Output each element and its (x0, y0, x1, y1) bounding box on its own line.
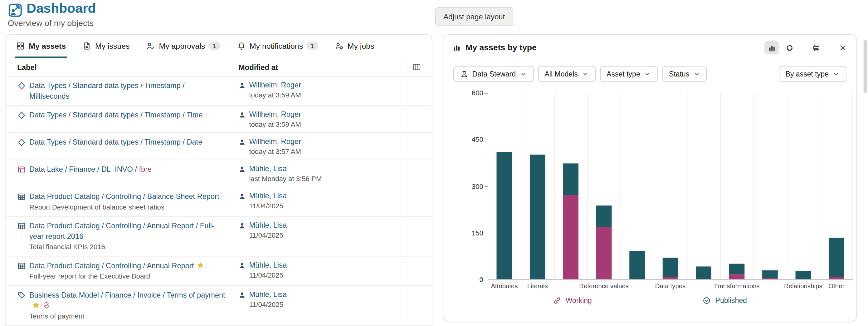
bar-segment-working[interactable] (596, 227, 612, 279)
gridline (786, 93, 787, 279)
row-actions-cell (401, 106, 432, 132)
asset-link[interactable]: Data Product Catalog / Controlling / Ann… (29, 261, 204, 270)
user-link[interactable]: Mühle, Lisa (249, 164, 287, 174)
circle-check-icon (703, 296, 711, 305)
person-icon (239, 222, 246, 229)
dataset-icon (17, 165, 26, 174)
link-icon (553, 296, 561, 305)
person-icon (239, 82, 246, 89)
chevron-down-icon (582, 70, 589, 78)
table-row: Data Product Catalog / Controlling / Ann… (6, 256, 432, 286)
bell-icon (237, 41, 246, 50)
asset-name-accent: fbre (139, 165, 152, 174)
tab-my-jobs[interactable]: My jobs (334, 35, 375, 58)
bar-segment-working[interactable] (663, 277, 678, 279)
status-filter[interactable]: Status (662, 66, 707, 82)
person-icon (239, 192, 246, 200)
tab-my-assets[interactable]: My assets (15, 35, 67, 58)
bar-segment-published[interactable] (663, 257, 678, 277)
chevron-down-icon (520, 70, 527, 78)
column-header-label[interactable]: Label (6, 63, 228, 71)
x-axis-label: Other (803, 283, 868, 289)
gridline (852, 93, 853, 279)
bar-segment-working[interactable] (563, 195, 579, 279)
x-axis-label: Literals (504, 283, 571, 289)
user-link[interactable]: Mühle, Lisa (249, 220, 287, 231)
row-actions-cell (401, 256, 432, 285)
page-scrollbar[interactable] (864, 40, 867, 93)
bar-segment-working[interactable] (829, 277, 844, 279)
favorite-star-icon[interactable] (196, 261, 204, 269)
bar-segment-published[interactable] (696, 266, 711, 279)
asset-link[interactable]: Data Types / Standard data types / Times… (29, 138, 202, 146)
assets-by-type-panel: My assets by type Data Steward All Model… (443, 34, 857, 321)
bar-segment-working[interactable] (729, 274, 745, 279)
asset-description: Total financial KPIs 2016 (29, 243, 226, 252)
models-filter[interactable]: All Models (538, 66, 595, 82)
asset-link[interactable]: Data Types / Standard data types / Times… (29, 111, 203, 119)
approvals-count-badge: 1 (209, 41, 220, 50)
report-icon (17, 222, 26, 231)
bar-segment-published[interactable] (796, 271, 811, 279)
table-row: Data Product Catalog / Controlling / Bal… (6, 187, 432, 217)
user-link[interactable]: Willhelm, Roger (249, 110, 301, 120)
user-link[interactable]: Mühle, Lisa (249, 191, 287, 201)
print-button[interactable] (809, 41, 823, 54)
bar-segment-published[interactable] (829, 238, 844, 277)
legend-item-working[interactable]: Working (553, 296, 592, 305)
legend-item-published[interactable]: Published (703, 296, 747, 305)
asset-type-filter[interactable]: Asset type (600, 66, 658, 82)
grid-icon (16, 41, 25, 50)
chart-y-axis: 0150300450600 (459, 93, 483, 280)
user-link[interactable]: Mühle, Lisa (249, 290, 287, 300)
user-link[interactable]: Mühle, Lisa (249, 260, 287, 270)
y-tick (484, 233, 488, 234)
chart-plot: AttributesLiteralsReference valuesData t… (488, 93, 853, 280)
user-link[interactable]: Willhelm, Roger (249, 137, 301, 147)
tab-my-issues[interactable]: My issues (82, 35, 131, 58)
bar-segment-published[interactable] (596, 206, 612, 227)
bar-segment-published[interactable] (496, 152, 512, 279)
y-tick (484, 279, 488, 280)
table-row: Data Lake / Finance / DL_INVO / fbreMühl… (6, 160, 432, 187)
tab-my-notifications[interactable]: My notifications 1 (236, 35, 319, 58)
table-row: Data Types / Standard data types / Times… (6, 77, 432, 106)
tabs-bar: My assets My issues My approvals 1 My no… (6, 35, 432, 58)
y-tick-label: 600 (472, 88, 483, 98)
asset-link[interactable]: Data Types / Standard data types / Times… (29, 82, 185, 100)
report-icon (17, 192, 26, 201)
data-steward-filter[interactable]: Data Steward (453, 66, 533, 82)
bar-segment-published[interactable] (762, 270, 778, 278)
chevron-down-icon (644, 70, 651, 78)
data-type-icon (17, 138, 26, 147)
asset-link[interactable]: Data Product Catalog / Controlling / Bal… (29, 192, 219, 201)
bar-segment-working[interactable] (762, 278, 778, 279)
bar-segment-published[interactable] (530, 155, 546, 279)
favorite-star-icon[interactable] (32, 301, 40, 309)
column-header-modified-at[interactable]: Modified at (227, 63, 401, 71)
bar-segment-published[interactable] (563, 163, 579, 196)
bar-chart-view-button[interactable] (765, 41, 779, 54)
table-row: Data Types / Standard data types / Times… (6, 106, 432, 133)
group-by-selector[interactable]: By asset type (779, 66, 846, 82)
person-icon (239, 111, 246, 118)
row-actions-cell (401, 160, 432, 187)
row-actions-cell (401, 286, 432, 325)
asset-link[interactable]: Business Data Model / Finance / Invoice … (29, 291, 225, 309)
tab-my-approvals[interactable]: My approvals 1 (145, 35, 221, 58)
asset-link[interactable]: Data Lake / Finance / DL_INVO / fbre (29, 165, 152, 174)
bar-segment-published[interactable] (729, 264, 745, 274)
adjust-page-layout-button[interactable]: Adjust page layout (435, 7, 513, 26)
user-link[interactable]: Willhelm, Roger (249, 80, 301, 90)
y-tick-label: 300 (472, 181, 483, 191)
bar-segment-published[interactable] (629, 251, 645, 279)
bar-chart-view-icon (768, 43, 776, 52)
modified-timestamp: today at 3:59 AM (239, 121, 401, 129)
modified-timestamp: 11/04/2025 (239, 232, 401, 239)
donut-chart-view-button[interactable] (782, 41, 797, 54)
gridline (554, 93, 555, 279)
close-panel-button[interactable] (835, 41, 849, 54)
asset-link[interactable]: Data Product Catalog / Controlling / Ann… (29, 222, 214, 240)
column-settings-icon[interactable] (412, 62, 421, 71)
chart-title: My assets by type (466, 43, 537, 52)
